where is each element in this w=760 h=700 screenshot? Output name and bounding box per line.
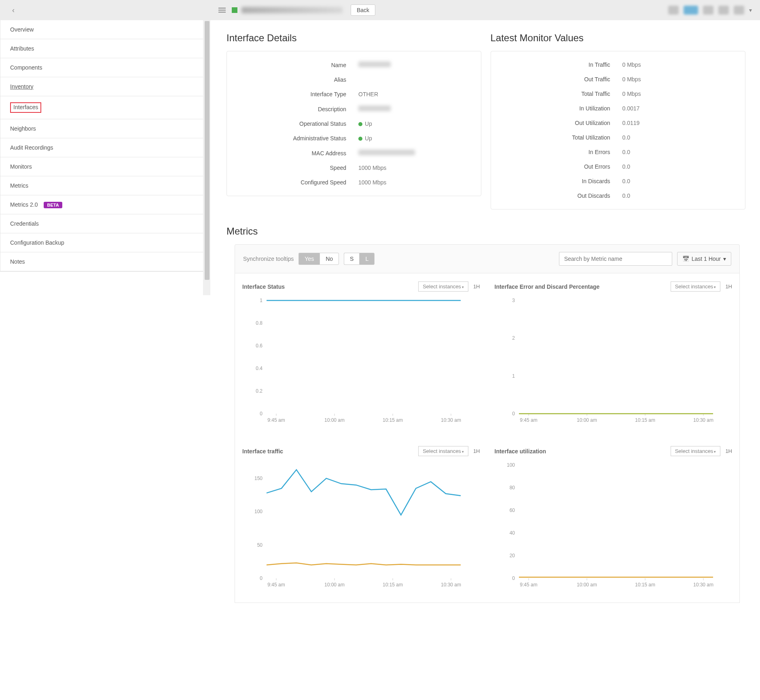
svg-text:10:30 am: 10:30 am [693,582,713,588]
size-s-button[interactable]: S [344,253,359,265]
svg-text:100: 100 [254,509,263,514]
timerange-label: Last 1 Hour [692,256,721,262]
chart-title: Interface Status [242,283,418,290]
sidebar-item-components[interactable]: Components [0,58,210,77]
detail-value: 0 Mbps [622,76,641,82]
detail-row: In Errors0.0 [501,145,735,159]
detail-label: In Discards [501,178,622,184]
select-instances-dropdown[interactable]: Select instances [418,281,468,292]
svg-text:1: 1 [512,373,515,379]
detail-row: Total Traffic0 Mbps [501,87,735,101]
sync-tooltips-label: Synchronize tooltips [243,256,294,262]
chart-range-tag: 1H [725,448,732,454]
header-icon[interactable] [684,6,698,15]
sidebar-item-metrics[interactable]: Metrics [0,176,210,195]
sidebar-item-overview[interactable]: Overview [0,20,210,39]
sidebar-scrollbar[interactable] [203,20,210,295]
svg-text:10:00 am: 10:00 am [576,582,597,588]
detail-value: Up [358,121,372,127]
svg-text:0: 0 [512,575,515,581]
svg-text:40: 40 [509,530,515,536]
svg-text:0.4: 0.4 [256,366,263,371]
metric-search-input[interactable] [559,252,672,266]
detail-value [358,106,391,112]
detail-label: Configured Speed [237,179,358,186]
svg-text:10:30 am: 10:30 am [441,417,461,423]
detail-value: 0 Mbps [622,61,641,68]
svg-text:0.8: 0.8 [256,320,263,326]
back-button[interactable]: Back [351,4,375,16]
svg-text:9:45 am: 9:45 am [520,582,537,588]
header-icon[interactable] [703,6,713,15]
svg-text:2: 2 [512,335,515,341]
sidebar-item-monitors[interactable]: Monitors [0,157,210,176]
detail-label: In Traffic [501,61,622,68]
detail-label: Out Utilization [501,120,622,126]
sidebar-item-attributes[interactable]: Attributes [0,39,210,58]
detail-value [358,150,415,156]
menu-icon[interactable] [218,6,226,14]
svg-text:50: 50 [257,542,263,548]
detail-label: MAC Address [237,150,358,156]
chart-traffic: Interface trafficSelect instances1H05010… [235,438,487,603]
sidebar-item-notes[interactable]: Notes [0,252,210,271]
sidebar-item-credentials[interactable]: Credentials [0,214,210,233]
sidebar-item-inventory[interactable]: Inventory [0,77,210,96]
select-instances-dropdown[interactable]: Select instances [418,446,468,456]
header-icon[interactable] [734,6,744,15]
caret-down-icon[interactable]: ▾ [749,7,752,13]
chart-range-tag: 1H [473,448,480,454]
detail-label: Operational Status [237,121,358,127]
sidebar-back-arrow[interactable]: ‹ [12,6,15,15]
sync-yes-button[interactable]: Yes [298,253,320,265]
detail-value: Up [358,135,372,142]
sidebar-item-neighbors[interactable]: Neighbors [0,119,210,138]
caret-down-icon: ▾ [723,256,726,262]
detail-row: Out Utilization0.0119 [501,116,735,130]
sidebar-item-configuration-backup[interactable]: Configuration Backup [0,233,210,252]
select-instances-dropdown[interactable]: Select instances [671,281,721,292]
svg-text:1: 1 [260,298,263,303]
detail-label: Alias [237,76,358,83]
header-icon[interactable] [718,6,729,15]
select-instances-dropdown[interactable]: Select instances [671,446,721,456]
chart-title: Interface utilization [495,448,671,455]
chart-plot: 0204060801009:45 am10:00 am10:15 am10:30… [495,461,732,594]
detail-value: 0.0 [622,149,630,155]
chart-title: Interface Error and Discard Percentage [495,283,671,290]
detail-row: Total Utilization0.0 [501,130,735,145]
detail-row: Administrative StatusUp [237,131,471,146]
device-status-indicator [232,7,237,13]
interface-details-title: Interface Details [227,32,484,44]
detail-value: 0.0 [622,134,630,141]
detail-label: Out Discards [501,192,622,199]
sidebar-item-metrics-2-0[interactable]: Metrics 2.0BETA [0,195,210,214]
detail-value: 0.0017 [622,105,640,112]
svg-text:10:15 am: 10:15 am [383,582,403,588]
chart-range-tag: 1H [473,283,480,290]
svg-text:10:00 am: 10:00 am [324,582,345,588]
detail-label: In Utilization [501,105,622,112]
header-icon[interactable] [668,6,679,15]
sidebar-item-audit-recordings[interactable]: Audit Recordings [0,138,210,157]
detail-row: In Traffic0 Mbps [501,57,735,72]
detail-label: Interface Type [237,91,358,97]
detail-row: Name [237,57,471,72]
svg-text:10:15 am: 10:15 am [635,417,655,423]
timerange-selector[interactable]: Last 1 Hour ▾ [677,252,731,266]
size-l-button[interactable]: L [359,253,375,265]
detail-value: OTHER [358,91,378,97]
detail-row: Configured Speed1000 Mbps [237,175,471,190]
detail-row: Operational StatusUp [237,116,471,131]
header-action-icons: ▾ [668,6,752,15]
detail-value: 1000 Mbps [358,165,386,171]
svg-text:0: 0 [260,411,263,417]
svg-text:150: 150 [254,476,263,481]
device-title [241,7,343,13]
sidebar-item-interfaces[interactable]: Interfaces [0,96,210,119]
detail-row: Speed1000 Mbps [237,161,471,175]
detail-value: 0.0119 [622,120,640,126]
svg-text:100: 100 [506,462,514,468]
svg-text:0.2: 0.2 [256,388,263,394]
sync-no-button[interactable]: No [320,253,339,265]
